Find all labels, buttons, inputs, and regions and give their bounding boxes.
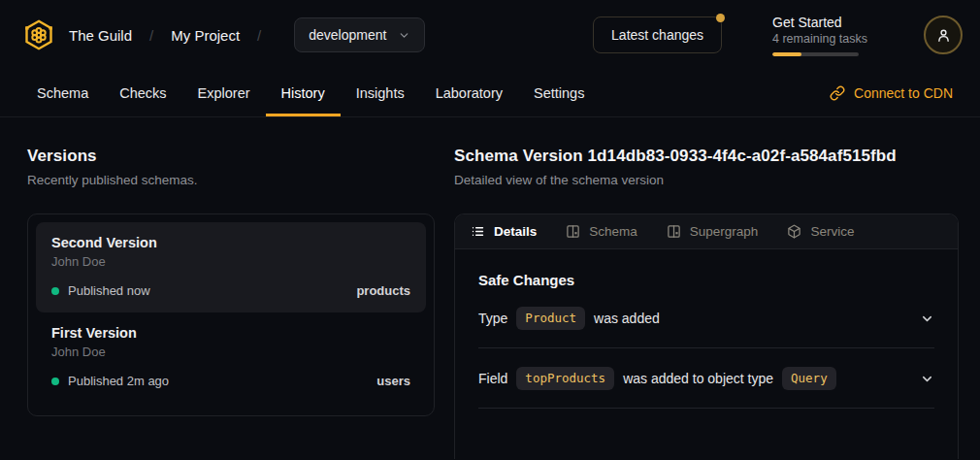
breadcrumb-separator: / — [257, 27, 261, 44]
schema-version-detail-panel: Details Schema Sup — [454, 214, 959, 459]
version-meta-row: Published 2m ago users — [51, 374, 410, 388]
detail-tab-label: Details — [494, 224, 537, 239]
main-nav: Schema Checks Explorer History Insights … — [0, 70, 980, 117]
version-meta-row: Published now products — [51, 283, 410, 298]
chevron-down-icon — [398, 29, 410, 42]
columns-icon — [667, 224, 681, 239]
detail-tab-service[interactable]: Service — [787, 224, 854, 239]
safe-changes-heading: Safe Changes — [478, 272, 934, 288]
change-middle: was added to object type — [623, 371, 773, 386]
tab-schema[interactable]: Schema — [21, 70, 104, 116]
link-icon — [830, 85, 845, 101]
change-code-chip: topProducts — [516, 367, 614, 390]
change-middle: was added — [594, 311, 660, 326]
get-started-title: Get Started — [772, 15, 867, 30]
change-prefix: Type — [478, 311, 507, 326]
version-service-name: products — [356, 283, 410, 298]
guild-honeycomb-icon[interactable] — [21, 17, 56, 52]
tab-insights[interactable]: Insights — [341, 70, 420, 116]
notification-dot-icon — [716, 14, 725, 22]
tab-explorer[interactable]: Explorer — [182, 70, 266, 116]
columns-icon — [566, 224, 580, 239]
get-started-progressbar — [772, 52, 859, 56]
detail-content: Safe Changes Type Product was added Fiel… — [455, 272, 958, 409]
version-service-name: users — [376, 374, 410, 388]
breadcrumb-org[interactable]: The Guild — [69, 27, 132, 44]
tab-checks[interactable]: Checks — [104, 70, 181, 116]
tab-laboratory[interactable]: Laboratory — [420, 70, 518, 116]
schema-version-title: Schema Version 1d14db83-0933-4f4c-a02f-a… — [454, 147, 959, 166]
latest-changes-label: Latest changes — [611, 27, 703, 43]
chevron-down-icon[interactable] — [920, 372, 934, 386]
cube-icon — [787, 224, 801, 239]
version-author: John Doe — [51, 345, 410, 359]
detail-tab-schema[interactable]: Schema — [566, 224, 637, 239]
version-title: Second Version — [51, 235, 410, 250]
breadcrumb-project[interactable]: My Project — [171, 27, 240, 44]
versions-title: Versions — [27, 147, 435, 166]
connect-cdn-link[interactable]: Connect to CDN — [830, 70, 953, 116]
schema-version-column: Schema Version 1d14db83-0933-4f4c-a02f-a… — [454, 147, 959, 459]
change-code-chip: Product — [516, 307, 585, 330]
version-author: John Doe — [51, 254, 410, 269]
main-content: Versions Recently published schemas. Sec… — [0, 117, 980, 459]
detail-tab-label: Schema — [589, 224, 637, 239]
version-list-item[interactable]: Second Version John Doe Published now pr… — [36, 222, 426, 312]
versions-subtitle: Recently published schemas. — [27, 173, 435, 187]
tab-history[interactable]: History — [266, 70, 341, 116]
detail-tab-label: Service — [810, 224, 854, 239]
detail-tab-details[interactable]: Details — [471, 224, 537, 239]
tab-settings[interactable]: Settings — [518, 70, 600, 116]
version-status: Published 2m ago — [68, 374, 169, 388]
version-list-item[interactable]: First Version John Doe Published 2m ago … — [36, 312, 426, 403]
version-status: Published now — [68, 283, 150, 298]
detail-tab-bar: Details Schema Sup — [455, 214, 958, 249]
change-prefix: Field — [478, 371, 507, 386]
connect-cdn-label: Connect to CDN — [854, 85, 953, 101]
chevron-down-icon[interactable] — [920, 312, 934, 326]
user-icon — [935, 27, 952, 44]
versions-list: Second Version John Doe Published now pr… — [27, 214, 435, 416]
app-header: The Guild / My Project / development Lat… — [0, 0, 980, 70]
user-avatar-button[interactable] — [924, 16, 963, 54]
target-select-value: development — [309, 27, 386, 43]
green-dot-icon — [51, 378, 59, 385]
change-row[interactable]: Field topProducts was added to object ty… — [478, 348, 934, 409]
schema-version-subtitle: Detailed view of the schema version — [454, 173, 959, 187]
versions-column: Versions Recently published schemas. Sec… — [27, 147, 435, 459]
detail-tab-label: Supergraph — [690, 224, 759, 239]
progress-fill — [772, 52, 801, 56]
target-select[interactable]: development — [294, 17, 425, 52]
version-title: First Version — [51, 325, 410, 341]
change-row[interactable]: Type Product was added — [478, 288, 934, 348]
green-dot-icon — [51, 287, 59, 295]
breadcrumb-separator: / — [149, 27, 153, 44]
get-started-subtitle: 4 remaining tasks — [772, 32, 867, 46]
change-code-chip: Query — [782, 367, 836, 390]
list-icon — [471, 224, 485, 239]
detail-tab-supergraph[interactable]: Supergraph — [667, 224, 759, 239]
get-started-widget[interactable]: Get Started 4 remaining tasks — [772, 15, 867, 56]
latest-changes-button[interactable]: Latest changes — [593, 16, 722, 53]
